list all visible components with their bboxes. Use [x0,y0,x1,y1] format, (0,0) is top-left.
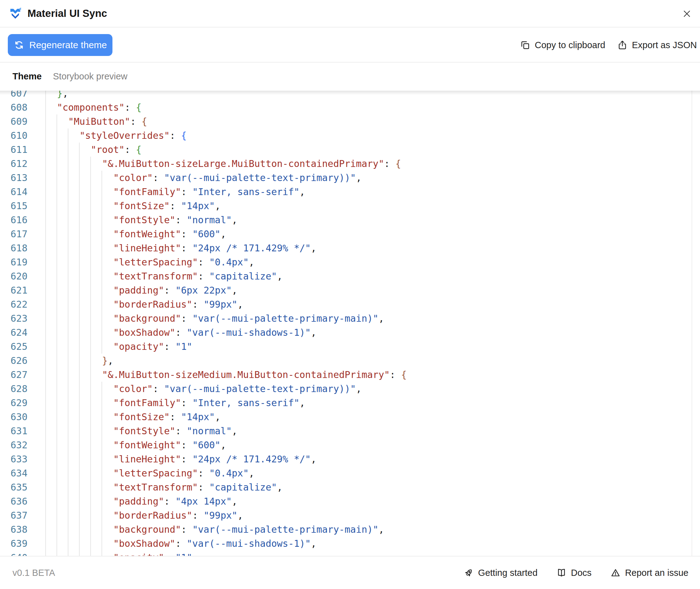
line-number: 634 [0,466,27,480]
theme-json-code-viewer[interactable]: 607 },608 "components": {609 "MuiButton"… [0,91,700,556]
line-number: 628 [0,382,27,396]
code-line: 636 "padding": "4px 14px", [0,494,700,508]
code-line: 616 "fontStyle": "normal", [0,213,700,227]
tab-storybook-preview[interactable]: Storybook preview [53,71,127,81]
code-text: "fontStyle": "normal", [27,424,238,438]
regenerate-theme-label: Regenerate theme [29,40,107,50]
code-line: 613 "color": "var(--mui-palette-text-pri… [0,171,700,185]
close-button[interactable] [681,8,693,19]
code-text: "boxShadow": "var(--mui-shadows-1)", [27,537,316,551]
code-line: 629 "fontFamily": "Inter, sans-serif", [0,396,700,410]
refresh-icon [13,39,25,51]
line-number: 624 [0,326,27,340]
code-line: 615 "fontSize": "14px", [0,199,700,213]
code-text: "fontFamily": "Inter, sans-serif", [27,396,305,410]
code-line: 623 "background": "var(--mui-palette-pri… [0,312,700,326]
line-number: 640 [0,551,27,556]
code-text: "lineHeight": "24px /* 171.429% */", [27,241,316,255]
code-text: "background": "var(--mui-palette-primary… [27,312,384,326]
copy-to-clipboard-button[interactable]: Copy to clipboard [520,28,605,62]
code-text: "borderRadius": "99px", [27,297,243,312]
line-number: 607 [0,91,27,101]
getting-started-link[interactable]: Getting started [463,568,538,578]
title-bar: Material UI Sync [0,0,700,27]
line-number: 636 [0,494,27,508]
code-text: "color": "var(--mui-palette-text-primary… [27,171,361,185]
code-line: 612 "&.MuiButton-sizeLarge.MuiButton-con… [0,157,700,171]
line-number: 633 [0,452,27,466]
line-number: 626 [0,354,27,368]
indent-guide [79,143,80,556]
line-number: 630 [0,410,27,424]
code-text: "root": { [27,143,141,157]
line-number: 611 [0,143,27,157]
code-line: 634 "letterSpacing": "0.4px", [0,466,700,480]
code-text: "opacity": "1" [27,340,193,354]
code-text: "color": "var(--mui-palette-text-primary… [27,382,361,396]
code-line: 635 "textTransform": "capitalize", [0,480,700,494]
indent-guide [101,382,102,556]
docs-link[interactable]: Docs [556,568,592,578]
code-text: "padding": "4px 14px", [27,494,238,508]
report-an-issue-link[interactable]: Report an issue [610,568,688,578]
code-line: 621 "padding": "6px 22px", [0,283,700,297]
code-text: "background": "var(--mui-palette-primary… [27,523,384,537]
code-line: 622 "borderRadius": "99px", [0,297,700,312]
code-text: "lineHeight": "24px /* 171.429% */", [27,452,316,466]
line-number: 617 [0,227,27,241]
export-as-json-button[interactable]: Export as JSON [617,28,697,62]
code-line: 610 "styleOverrides": { [0,129,700,143]
code-text: "fontFamily": "Inter, sans-serif", [27,185,305,199]
code-line: 627 "&.MuiButton-sizeMedium.MuiButton-co… [0,368,700,382]
code-line: 639 "boxShadow": "var(--mui-shadows-1)", [0,537,700,551]
footer: v0.1 BETA Getting started [0,556,700,589]
docs-label: Docs [571,568,592,578]
code-text: "fontWeight": "600", [27,227,226,241]
code-line: 607 }, [0,91,700,101]
line-number: 627 [0,368,27,382]
getting-started-label: Getting started [478,568,538,578]
code-text: "letterSpacing": "0.4px", [27,466,254,480]
code-text: "boxShadow": "var(--mui-shadows-1)", [27,326,316,340]
copy-to-clipboard-label: Copy to clipboard [535,40,605,50]
line-number: 610 [0,129,27,143]
version-badge: v0.1 BETA [12,568,55,578]
indent-guide [45,91,46,556]
code-line: 614 "fontFamily": "Inter, sans-serif", [0,185,700,199]
code-line: 625 "opacity": "1" [0,340,700,354]
line-number: 613 [0,171,27,185]
code-line: 633 "lineHeight": "24px /* 171.429% */", [0,452,700,466]
regenerate-theme-button[interactable]: Regenerate theme [8,34,112,56]
code-text: "fontWeight": "600", [27,438,226,452]
code-text: "letterSpacing": "0.4px", [27,255,254,269]
line-number: 638 [0,523,27,537]
code-line: 611 "root": { [0,143,700,157]
report-an-issue-label: Report an issue [625,568,688,578]
line-number: 619 [0,255,27,269]
export-as-json-label: Export as JSON [632,40,697,50]
code-line: 618 "lineHeight": "24px /* 171.429% */", [0,241,700,255]
line-number: 608 [0,101,27,115]
line-number: 632 [0,438,27,452]
line-number: 622 [0,297,27,312]
close-icon [682,9,692,18]
code-line: 632 "fontWeight": "600", [0,438,700,452]
code-text: "&.MuiButton-sizeLarge.MuiButton-contain… [27,157,401,171]
line-number: 621 [0,283,27,297]
tab-theme[interactable]: Theme [12,71,42,81]
code-text: "fontStyle": "normal", [27,213,238,227]
line-number: 631 [0,424,27,438]
export-json-icon [617,40,628,50]
code-line: 640 "opacity": "1" [0,551,700,556]
line-number: 637 [0,508,27,523]
code-text: "textTransform": "capitalize", [27,480,283,494]
code-line: 608 "components": { [0,101,700,115]
footer-links: Getting started Docs [463,568,688,578]
book-icon [556,568,567,578]
toolbar: Regenerate theme Copy to clipboard Expor… [0,28,700,62]
line-number: 623 [0,312,27,326]
warning-icon [610,568,621,578]
indent-guide [68,129,68,556]
code-line: 620 "textTransform": "capitalize", [0,269,700,283]
code-lines: 607 },608 "components": {609 "MuiButton"… [0,91,700,556]
